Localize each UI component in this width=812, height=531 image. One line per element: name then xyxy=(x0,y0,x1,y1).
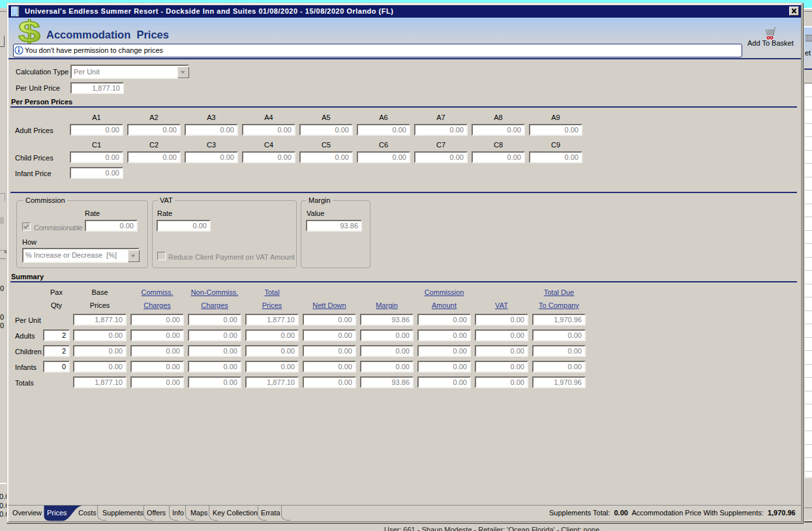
svg-text:$: $ xyxy=(18,19,40,46)
